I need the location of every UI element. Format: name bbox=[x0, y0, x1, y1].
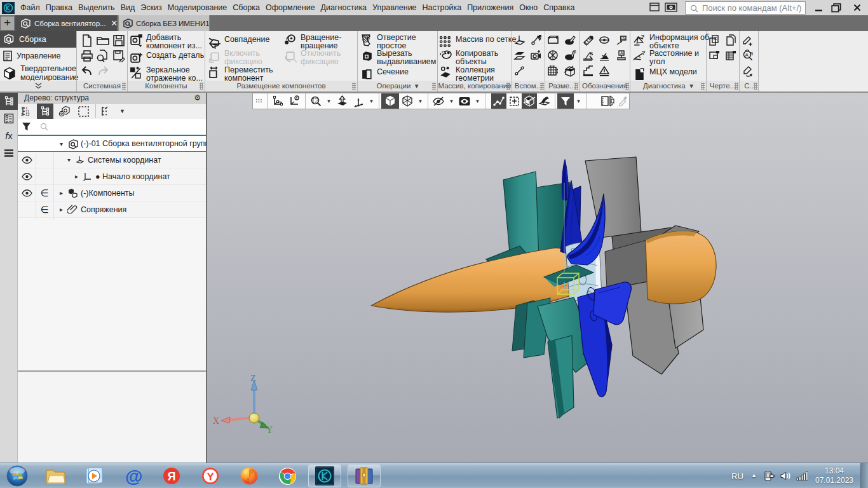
svg-text:Z: Z bbox=[250, 374, 256, 383]
svg-text:12: 12 bbox=[25, 112, 30, 116]
svg-text:Я: Я bbox=[168, 470, 176, 483]
svg-text:Y: Y bbox=[207, 471, 215, 483]
svg-text:@: @ bbox=[125, 467, 142, 485]
svg-text:A: A bbox=[745, 52, 749, 58]
svg-text:E: E bbox=[590, 51, 593, 57]
svg-text:A: A bbox=[620, 51, 623, 55]
svg-text:A: A bbox=[622, 36, 625, 41]
svg-text:B: B bbox=[750, 51, 753, 57]
svg-text:Y: Y bbox=[266, 425, 273, 435]
svg-text:X: X bbox=[213, 416, 219, 426]
svg-text:R: R bbox=[573, 50, 576, 54]
svg-text:?: ? bbox=[642, 50, 646, 56]
svg-text:?: ? bbox=[641, 34, 645, 40]
